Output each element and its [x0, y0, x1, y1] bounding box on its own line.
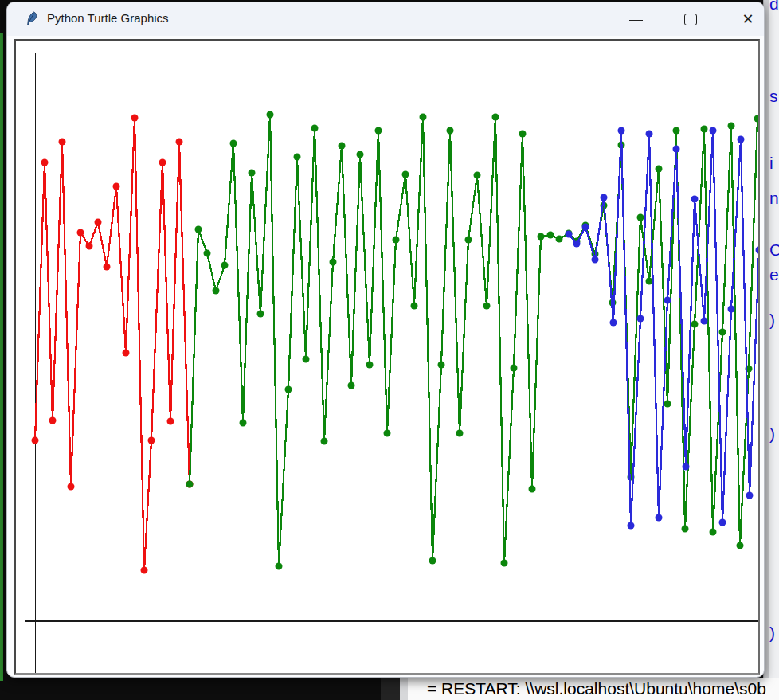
- blue-data-point: [691, 196, 699, 203]
- shell-scrollbar-block[interactable]: [381, 678, 400, 700]
- blue-data-point: [628, 522, 635, 530]
- green-data-point: [538, 233, 545, 241]
- red-data-point: [141, 567, 148, 574]
- green-data-point: [656, 166, 663, 173]
- green-data-point: [366, 362, 374, 369]
- shell-output-fragment: n: [769, 190, 779, 206]
- green-data-point: [267, 111, 274, 119]
- shell-output-fragment: s: [769, 88, 778, 104]
- red-data-point: [32, 437, 39, 444]
- shell-output-fragment: C: [769, 241, 779, 258]
- blue-data-point: [710, 127, 717, 135]
- green-data-point: [719, 329, 726, 336]
- green-data-point: [221, 262, 229, 269]
- red-data-point: [59, 139, 66, 146]
- blue-data-point: [673, 146, 680, 153]
- blue-data-point: [728, 306, 735, 313]
- green-data-point: [701, 126, 708, 133]
- green-data-point: [195, 226, 202, 233]
- maximize-icon: [684, 14, 697, 25]
- green-data-point: [311, 125, 319, 132]
- green-data-point: [691, 321, 699, 328]
- blue-data-point: [756, 247, 759, 254]
- green-data-point: [294, 154, 301, 161]
- green-data-point: [682, 526, 689, 533]
- shell-text-area[interactable]: = RESTART: \\wsl.localhost\Ubuntu\home\s…: [408, 678, 779, 700]
- green-data-point: [240, 420, 247, 427]
- green-data-point: [438, 362, 445, 369]
- shell-restart-line: = RESTART: \\wsl.localhost\Ubuntu\home\s…: [427, 679, 766, 698]
- green-data-point: [402, 171, 409, 178]
- green-data-point: [710, 529, 717, 536]
- green-data-point: [285, 386, 292, 393]
- blue-data-point: [637, 315, 644, 323]
- green-data-point: [411, 303, 418, 310]
- blue-data-point: [610, 319, 617, 327]
- green-data-point: [501, 560, 508, 567]
- green-data-point: [213, 287, 220, 295]
- desktop: { "window": { "title": "Python Turtle Gr…: [0, 0, 779, 700]
- green-data-point: [393, 237, 400, 244]
- green-data-point: [483, 303, 491, 310]
- green-data-point: [303, 356, 310, 363]
- blue-data-point: [566, 231, 573, 238]
- green-data-point: [204, 250, 211, 257]
- red-data-point: [86, 243, 93, 250]
- background-shell-bottom-strip: = RESTART: \\wsl.localhost\Ubuntu\home\s…: [381, 678, 779, 700]
- shell-divider: [400, 678, 408, 700]
- green-data-point: [728, 123, 735, 130]
- green-data-point: [465, 237, 472, 244]
- green-data-point: [456, 430, 464, 437]
- shell-output-fragment: i: [769, 154, 773, 171]
- blue-data-point: [656, 514, 663, 522]
- green-data-point: [257, 311, 264, 318]
- blue-data-point: [592, 256, 599, 264]
- blue-data-point: [618, 127, 625, 135]
- shell-output-fragment: ): [769, 624, 775, 641]
- green-data-point: [348, 382, 355, 389]
- blue-data-point: [719, 519, 726, 526]
- close-button[interactable]: ✕: [730, 2, 766, 36]
- red-data-point: [49, 417, 57, 424]
- green-data-point: [429, 557, 436, 565]
- turtle-canvas-frame: [14, 39, 760, 675]
- blue-data-point: [701, 318, 708, 325]
- red-data-point: [68, 483, 75, 491]
- green-data-point: [492, 114, 499, 121]
- green-data-point: [276, 563, 283, 570]
- green-data-point: [474, 172, 481, 179]
- minimize-icon: [629, 20, 643, 21]
- green-data-point: [339, 143, 346, 150]
- blue-data-point: [746, 492, 754, 499]
- red-data-point: [131, 115, 139, 122]
- red-data-point: [159, 159, 166, 166]
- blue-data-point: [738, 136, 745, 143]
- green-data-point: [556, 236, 563, 243]
- maximize-button[interactable]: [672, 2, 709, 36]
- green-data-point: [321, 438, 328, 445]
- blue-data-point: [573, 241, 581, 248]
- green-data-point: [330, 259, 337, 266]
- green-series-line: [190, 115, 757, 566]
- green-data-point: [754, 115, 759, 123]
- minimize-button[interactable]: [617, 2, 654, 36]
- window-title: Python Turtle Graphics: [47, 11, 169, 25]
- green-data-point: [547, 232, 554, 239]
- window-titlebar[interactable]: Python Turtle Graphics ✕: [7, 2, 764, 36]
- blue-data-point: [683, 463, 690, 471]
- shell-output-fragment: e: [769, 266, 779, 283]
- green-data-point: [519, 131, 527, 138]
- shell-output-text-column: dsinCe))): [769, 0, 779, 700]
- red-data-point: [77, 229, 84, 237]
- green-data-point: [646, 278, 653, 285]
- turtle-canvas-plot: [16, 41, 758, 673]
- red-data-point: [176, 139, 183, 146]
- blue-data-point: [646, 131, 653, 138]
- green-data-point: [384, 430, 391, 437]
- green-data-point: [186, 481, 194, 488]
- blue-data-point: [664, 297, 671, 304]
- red-data-point: [113, 183, 120, 190]
- green-data-point: [447, 127, 454, 135]
- green-data-point: [249, 170, 256, 177]
- green-data-point: [637, 214, 644, 221]
